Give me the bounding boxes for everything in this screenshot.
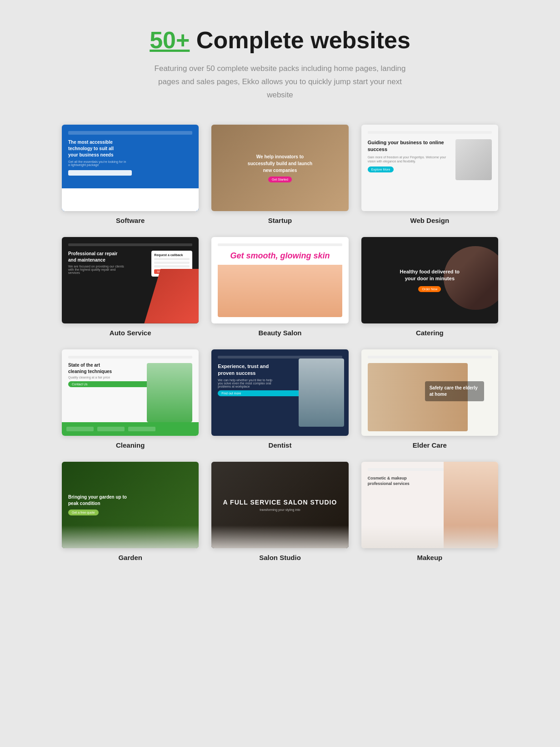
- fade-overlay: [211, 525, 348, 548]
- bottom-item: [97, 427, 125, 431]
- card-image-software: The most accessible technology to suit a…: [62, 125, 199, 211]
- card-headline: Guiding your business to online success: [368, 139, 451, 153]
- card-image-autoservice: Professional car repair and maintenance …: [62, 237, 199, 323]
- card-label: Catering: [416, 329, 444, 337]
- beauty-photo: [218, 265, 342, 317]
- card-cleaning[interactable]: State of the art cleaning techniques Qua…: [62, 349, 199, 449]
- header-description: Featuring over 50 complete website packs…: [148, 62, 412, 102]
- card-garden[interactable]: Bringing your garden up to peak conditio…: [62, 462, 199, 561]
- workers-bg: [144, 269, 199, 323]
- card-headline: We help innovators to successfully build…: [244, 153, 316, 174]
- card-image-startup: We help innovators to successfully build…: [211, 125, 348, 211]
- page-title: 50+ Complete websites: [62, 27, 498, 53]
- card-image-dentist: Experience, trust and proven success We …: [211, 349, 348, 436]
- form-line: [154, 265, 190, 268]
- card-webdesign[interactable]: Guiding your business to online success …: [361, 125, 498, 224]
- card-label: Garden: [118, 554, 142, 561]
- card-sub: We can help whether you'd like to help y…: [218, 379, 277, 388]
- nav-bar: [218, 243, 342, 246]
- nav-bar: [368, 131, 492, 134]
- card-sub: Quality cleaning at a fair price: [68, 376, 123, 379]
- title-rest: Complete websites: [190, 27, 410, 53]
- page-wrapper: 50+ Complete websites Featuring over 50 …: [62, 18, 498, 561]
- card-sub: Get all the essentials you're looking fo…: [68, 160, 127, 167]
- card-btn: Get Started: [268, 177, 292, 182]
- card-makeup[interactable]: Cosmetic & makeup professional services …: [361, 462, 498, 561]
- search-bar: [68, 170, 132, 176]
- card-eldercare[interactable]: Safety care the elderly at home Elder Ca…: [361, 349, 498, 449]
- card-startup[interactable]: We help innovators to successfully build…: [211, 125, 348, 224]
- card-image-catering: Healthy food delivered to your door in m…: [361, 237, 498, 323]
- card-headline: The most accessible technology to suit a…: [68, 139, 123, 158]
- card-image-beautysalon: Get smooth, glowing skin: [211, 237, 348, 323]
- card-headline: Healthy food delivered to your door in m…: [395, 268, 464, 283]
- card-salon[interactable]: A Full Service Salon Studio transforming…: [211, 462, 348, 561]
- card-label: Elder Care: [413, 441, 447, 449]
- nav-bar: [68, 131, 192, 135]
- card-image-cleaning: State of the art cleaning techniques Qua…: [62, 349, 199, 436]
- bottom-item: [128, 427, 155, 431]
- cards-grid: The most accessible technology to suit a…: [62, 125, 498, 561]
- form-line: [154, 258, 190, 260]
- form-title: Request a callback: [154, 253, 190, 257]
- bottom-strip: [62, 188, 199, 211]
- title-highlight: 50+: [150, 27, 190, 53]
- card-label: Beauty Salon: [258, 329, 301, 337]
- card-image-salon: A Full Service Salon Studio transforming…: [211, 462, 348, 548]
- header: 50+ Complete websites Featuring over 50 …: [62, 18, 498, 106]
- card-headline: Cosmetic & makeup professional services: [368, 475, 422, 487]
- card-label: Makeup: [417, 554, 442, 561]
- bottom-item: [66, 427, 94, 431]
- card-image-right: [455, 139, 492, 180]
- card-image-webdesign: Guiding your business to online success …: [361, 125, 498, 211]
- nav-bar: [368, 356, 492, 358]
- left-text: Guiding your business to online success …: [368, 139, 451, 205]
- card-label: Cleaning: [116, 441, 145, 449]
- card-label: Software: [116, 217, 145, 224]
- card-headline: Experience, trust and proven success: [218, 363, 277, 377]
- card-headline: State of the art cleaning techniques: [68, 362, 118, 375]
- card-label: Web Design: [410, 217, 450, 224]
- doctor-img: [299, 358, 344, 427]
- card-image-eldercare: Safety care the elderly at home: [361, 349, 498, 436]
- card-label: Dentist: [269, 441, 292, 449]
- card-headline: Safety care the elderly at home: [425, 381, 484, 401]
- card-autoservice[interactable]: Professional car repair and maintenance …: [62, 237, 199, 337]
- card-btn: Get a free quote: [68, 510, 99, 515]
- fade-overlay: [62, 525, 199, 548]
- nav-bar: [218, 356, 342, 358]
- nav-bar: [68, 243, 192, 246]
- card-label: Salon Studio: [259, 554, 301, 561]
- card-dentist[interactable]: Experience, trust and proven success We …: [211, 349, 348, 449]
- content-area: Guiding your business to online success …: [368, 139, 492, 205]
- card-label: Auto Service: [110, 329, 151, 337]
- cleaner-img: [147, 363, 192, 422]
- card-image-garden: Bringing your garden up to peak conditio…: [62, 462, 199, 548]
- card-sub: Gain more of freedom at your Fingertips.…: [368, 155, 451, 164]
- card-image-makeup: Cosmetic & makeup professional services: [361, 462, 498, 548]
- form-line: [154, 262, 190, 264]
- nav-bar: [68, 356, 192, 358]
- fade-overlay: [361, 525, 498, 548]
- bottom-bar: [62, 422, 199, 436]
- card-catering[interactable]: Healthy food delivered to your door in m…: [361, 237, 498, 337]
- card-label: Startup: [268, 217, 292, 224]
- card-software[interactable]: The most accessible technology to suit a…: [62, 125, 199, 224]
- card-sub: transforming your styling into: [260, 508, 300, 511]
- card-headline: Get smooth, glowing skin: [230, 251, 330, 261]
- card-btn: Order Now: [418, 286, 441, 292]
- card-beautysalon[interactable]: Get smooth, glowing skin Beauty Salon: [211, 237, 348, 337]
- card-headline: Bringing your garden up to peak conditio…: [68, 494, 127, 507]
- card-headline: A Full Service Salon Studio: [223, 498, 337, 506]
- card-headline: Professional car repair and maintenance: [68, 251, 123, 263]
- card-sub: We are focused on providing our clients …: [68, 265, 127, 274]
- card-btn: Explore More: [368, 167, 394, 172]
